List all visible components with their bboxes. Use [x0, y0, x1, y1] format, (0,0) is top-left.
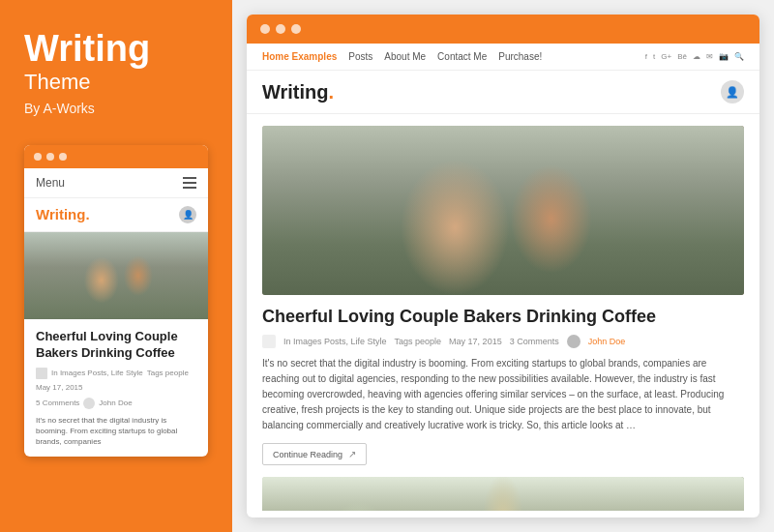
site-logo: Writing.	[262, 81, 334, 103]
share-icon: ↗	[348, 449, 356, 459]
article-author-avatar	[567, 335, 580, 348]
article2-image-inner	[262, 477, 744, 511]
mobile-meta-category: In Images Posts, Life Style	[51, 369, 143, 377]
site-nav: Home Examples Posts About Me Contact Me …	[247, 44, 759, 71]
mobile-meta-tags: Tags people	[147, 369, 189, 377]
nav-icon-email[interactable]: ✉	[706, 52, 713, 61]
browser-dot-3	[291, 24, 301, 34]
nav-icon-gplus[interactable]: G+	[661, 52, 671, 61]
mobile-logo-bar: Writing. 👤	[24, 198, 208, 232]
site-main: Cheerful Loving Couple Bakers Drinking C…	[247, 114, 759, 511]
mobile-dot-1	[34, 153, 42, 161]
theme-author: By A-Works	[24, 101, 208, 116]
mobile-post-meta2: 5 Comments John Doe	[24, 398, 208, 415]
article-meta: In Images Posts, Life Style Tags people …	[262, 335, 744, 348]
mobile-post-excerpt: It's no secret that the digital industry…	[24, 415, 208, 458]
article-featured-image	[262, 126, 744, 295]
browser-window: Home Examples Posts About Me Contact Me …	[247, 15, 759, 517]
mobile-baker-image	[24, 232, 208, 319]
article-meta-category: In Images Posts, Life Style	[283, 337, 387, 346]
mobile-logo: Writing.	[36, 206, 90, 222]
mobile-dot-2	[46, 153, 54, 161]
mobile-meta-icon	[36, 368, 47, 379]
mobile-post-meta: In Images Posts, Life Style Tags people …	[24, 368, 208, 398]
nav-icon-cloud[interactable]: ☁	[693, 52, 700, 61]
article-excerpt: It's no secret that the digital industry…	[262, 356, 744, 433]
continue-reading-label: Continue Reading	[273, 450, 342, 459]
nav-icon-search[interactable]: 🔍	[734, 52, 744, 61]
mobile-meta-date: May 17, 2015	[36, 383, 82, 392]
theme-title-text: Writing	[24, 29, 208, 70]
nav-link-about[interactable]: About Me	[384, 51, 426, 62]
right-panel: Home Examples Posts About Me Contact Me …	[232, 0, 774, 532]
mobile-post-title: Cheerful Loving Couple Bakers Drinking C…	[24, 319, 208, 368]
nav-icons: f t G+ Bē ☁ ✉ 📷 🔍	[645, 52, 744, 61]
nav-icon-twitter[interactable]: t	[653, 52, 655, 61]
mobile-preview-card: Menu Writing. 👤 Cheerful Loving Couple B…	[24, 145, 208, 457]
mobile-top-bar	[24, 145, 208, 168]
article-meta-date: May 17, 2015	[449, 337, 502, 346]
article-meta-author: John Doe	[588, 337, 626, 346]
mobile-menu-label: Menu	[36, 176, 65, 190]
nav-icon-instagram[interactable]: 📷	[719, 52, 729, 61]
article2-featured-image	[262, 477, 744, 511]
site-logo-bar: Writing. 👤	[247, 71, 759, 114]
hamburger-icon[interactable]	[183, 177, 196, 189]
nav-link-home[interactable]: Home Examples	[262, 51, 337, 62]
mobile-comments: 5 Comments	[36, 399, 79, 407]
article-meta-comments: 3 Comments	[510, 337, 559, 346]
mobile-author: John Doe	[99, 399, 132, 407]
site-user-icon[interactable]: 👤	[721, 80, 744, 103]
article-title: Cheerful Loving Couple Bakers Drinking C…	[262, 307, 744, 327]
mobile-post-image	[24, 232, 208, 319]
nav-links: Home Examples Posts About Me Contact Me …	[262, 51, 542, 62]
theme-subtitle-text: Theme	[24, 70, 208, 95]
mobile-dot-3	[59, 153, 67, 161]
browser-content: Home Examples Posts About Me Contact Me …	[247, 44, 759, 517]
nav-icon-behance[interactable]: Bē	[677, 52, 687, 61]
mobile-author-avatar	[83, 398, 95, 409]
nav-link-posts[interactable]: Posts	[348, 51, 372, 62]
article-meta-icon	[262, 335, 276, 348]
browser-dot-2	[276, 24, 285, 34]
nav-link-contact[interactable]: Contact Me	[437, 51, 487, 62]
article-image-inner	[262, 126, 744, 295]
nav-link-purchase[interactable]: Purchase!	[498, 51, 542, 62]
browser-chrome	[247, 15, 759, 44]
browser-dot-1	[260, 24, 270, 34]
mobile-user-icon: 👤	[179, 206, 196, 223]
left-panel: Writing Theme By A-Works Menu Writing. 👤	[0, 0, 232, 532]
nav-icon-facebook[interactable]: f	[645, 52, 647, 61]
article-meta-tags: Tags people	[395, 337, 442, 346]
continue-reading-button[interactable]: Continue Reading ↗	[262, 443, 367, 465]
mobile-menu-bar: Menu	[24, 168, 208, 198]
theme-title: Writing Theme	[24, 29, 208, 101]
